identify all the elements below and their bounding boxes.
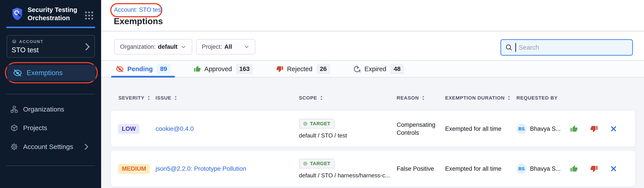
organization-dropdown-value: default	[158, 43, 178, 50]
sort-icon[interactable]	[320, 95, 323, 101]
tab-count-badge: 26	[316, 64, 330, 74]
scope-path: default / STO / test	[299, 132, 347, 139]
column-header-severity: SEVERITY	[118, 95, 144, 101]
column-header-requested-by: REQUESTED BY	[516, 95, 558, 101]
sidebar-divider-top	[6, 94, 95, 94]
page-title: Exemptions	[114, 16, 163, 26]
column-header-scope: SCOPE	[299, 95, 317, 101]
project-dropdown-label: Project:	[202, 43, 222, 50]
severity-badge: MEDIUM	[118, 164, 150, 174]
issue-link[interactable]: json5@2.2.0: Prototype Pollution	[156, 165, 246, 172]
app-logo: Security Testing Orchestration	[12, 6, 81, 22]
column-header-exemption-duration: EXEMPTION DURATION	[445, 95, 505, 101]
sidebar-item-label: Projects	[23, 124, 47, 132]
thumb-down-icon	[276, 65, 283, 73]
project-dropdown[interactable]: Project: All	[196, 39, 255, 55]
issue-link[interactable]: cookie@0.4.0	[156, 125, 194, 132]
eye-slash-icon	[116, 65, 124, 73]
scope-type-badge: TARGET	[299, 159, 334, 169]
reject-thumb-down-icon[interactable]	[590, 165, 598, 173]
sidebar-divider-bottom	[6, 165, 95, 166]
layers-icon	[12, 39, 17, 44]
thumb-up-icon	[194, 65, 201, 73]
approve-thumb-up-icon[interactable]	[570, 165, 578, 173]
tab-approved[interactable]: Approved 163	[194, 64, 253, 74]
chevron-down-icon	[244, 44, 250, 50]
requested-by-name: Bhavya S...	[530, 125, 561, 132]
exemption-duration-text: Exempted for all time	[445, 165, 516, 172]
organization-dropdown[interactable]: Organization: default	[114, 39, 192, 55]
tab-count-badge: 89	[157, 64, 170, 74]
active-tab-underline	[111, 76, 175, 78]
requested-by-name: Bhavya S...	[530, 165, 561, 172]
reason-text: False Positive	[397, 165, 445, 173]
table-row[interactable]: MEDIUM json5@2.2.0: Prototype Pollution …	[111, 151, 635, 187]
cancel-x-icon[interactable]	[610, 165, 617, 172]
breadcrumb-account-link[interactable]: Account: STO test	[114, 6, 163, 13]
scope-type-label: TARGET	[310, 161, 330, 167]
app-title: Security Testing Orchestration	[28, 6, 81, 22]
sidebar-item-account-settings[interactable]: Account Settings	[10, 141, 95, 153]
tab-expired[interactable]: Expired 48	[353, 64, 404, 74]
exemptions-table: SEVERITY ISSUE SCOPE REASON	[101, 78, 644, 188]
eye-slash-icon	[13, 69, 22, 77]
column-header-reason: REASON	[397, 95, 419, 101]
chevron-right-icon[interactable]	[85, 43, 90, 51]
scope-type-badge: TARGET	[299, 119, 334, 129]
shield-search-logo-icon	[12, 7, 23, 21]
sidebar-item-label: Exemptions	[27, 69, 63, 77]
avatar: BS	[516, 164, 527, 174]
table-row[interactable]: LOW cookie@0.4.0 TARGET default / STO / …	[111, 111, 635, 147]
sidebar-item-projects[interactable]: Projects	[10, 122, 95, 134]
tab-count-badge: 163	[236, 64, 253, 74]
account-scope-card[interactable]: ACCOUNT STO test	[7, 35, 95, 58]
tab-label: Rejected	[287, 65, 312, 73]
tab-count-badge: 48	[390, 64, 404, 74]
exemption-duration-text: Exempted for all time	[445, 125, 516, 132]
search-input[interactable]	[519, 44, 621, 51]
chevron-down-icon	[181, 44, 186, 50]
project-dropdown-value: All	[224, 43, 232, 50]
severity-badge: LOW	[118, 124, 140, 134]
avatar: BS	[516, 124, 527, 134]
column-header-issue: ISSUE	[156, 95, 171, 101]
tab-label: Pending	[127, 65, 153, 73]
logo-underline	[6, 27, 95, 28]
search-icon	[505, 44, 513, 51]
sidebar-item-exemptions[interactable]: Exemptions	[7, 65, 96, 81]
approve-thumb-up-icon[interactable]	[570, 125, 578, 133]
sort-icon[interactable]	[147, 95, 150, 101]
timer-expired-icon	[353, 65, 361, 73]
header-divider	[101, 31, 644, 31]
account-scope-label: ACCOUNT	[19, 39, 43, 44]
exemption-status-tabs: Pending 89 Approved 163 Rejected 26	[101, 60, 644, 78]
account-name: STO test	[12, 46, 90, 54]
tab-rejected[interactable]: Rejected 26	[276, 64, 330, 74]
sidebar-item-label: Account Settings	[23, 143, 73, 151]
cancel-x-icon[interactable]	[610, 125, 617, 132]
module-grid-icon[interactable]	[85, 11, 93, 19]
organization-dropdown-label: Organization:	[120, 43, 156, 50]
scope-path: default / STO / harness/harness-c...	[299, 172, 390, 179]
scope-type-label: TARGET	[310, 121, 330, 127]
reason-text: Compensating Controls	[397, 121, 445, 137]
sort-icon[interactable]	[422, 95, 425, 101]
sort-icon[interactable]	[174, 95, 177, 101]
tab-pending[interactable]: Pending 89	[116, 64, 170, 74]
sort-icon[interactable]	[507, 95, 511, 101]
tab-label: Expired	[364, 65, 386, 73]
sidebar-item-organizations[interactable]: Organizations	[10, 103, 95, 115]
cube-icon	[10, 124, 18, 132]
main-content: Account: STO test Exemptions Organizatio…	[101, 0, 644, 188]
reject-thumb-down-icon[interactable]	[590, 125, 598, 133]
text-caret	[515, 43, 516, 52]
gear-icon	[10, 143, 18, 151]
sidebar: Security Testing Orchestration ACCOUNT S…	[0, 0, 101, 188]
chevron-right-icon	[84, 143, 88, 150]
table-header-row: SEVERITY ISSUE SCOPE REASON	[111, 94, 635, 102]
tab-label: Approved	[204, 65, 232, 73]
search-box[interactable]	[500, 39, 633, 56]
sidebar-item-label: Organizations	[23, 105, 64, 113]
org-chart-icon	[10, 105, 18, 113]
